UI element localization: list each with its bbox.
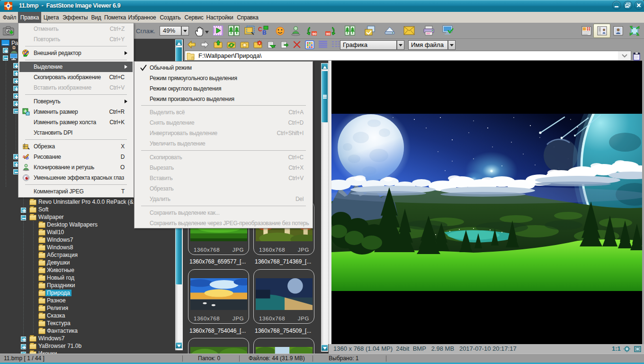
svg-text:90: 90 — [326, 32, 331, 36]
svg-text:B: B — [262, 29, 267, 36]
svg-text:C: C — [258, 26, 262, 33]
svg-text:90: 90 — [313, 32, 317, 36]
